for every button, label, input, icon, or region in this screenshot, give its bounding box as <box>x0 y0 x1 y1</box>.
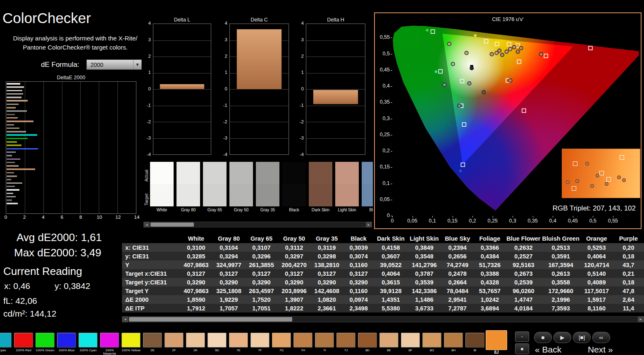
patch-tile-label: 100% Blue <box>57 349 76 352</box>
table-row: y: CIE310,32850,32940,32960,32970,32980,… <box>122 252 644 260</box>
inset-measured-marker <box>617 175 621 179</box>
scroll-track[interactable] <box>128 317 638 322</box>
patch-tile-100-green[interactable] <box>36 333 55 348</box>
patch-tile-8d[interactable] <box>358 333 377 348</box>
patch-tile-100-cyan[interactable] <box>79 333 98 348</box>
row-label: ΔE 2000 <box>122 295 180 304</box>
avg-de2000-readout: Avg dE2000: 1,61 <box>17 231 102 244</box>
patch-tile-100-magenta[interactable] <box>100 333 119 348</box>
stop-button[interactable]: ■ <box>534 332 552 343</box>
patch-tile-100-blue[interactable] <box>57 333 76 348</box>
scroll-right-icon[interactable]: ► <box>638 317 644 322</box>
patch-tile-2k[interactable] <box>186 333 205 348</box>
axis-tick-label: 0,25 <box>484 218 501 224</box>
scroll-left-icon[interactable]: ◄ <box>144 222 150 227</box>
column-header: Bluish Green <box>541 234 580 243</box>
patch-tile-100-yellow[interactable] <box>122 333 141 348</box>
patch-tile-7i[interactable] <box>315 333 334 348</box>
table-row: Target Y407,9863325,1808263,4597203,8996… <box>122 286 644 295</box>
patch-tile-cyan[interactable] <box>0 333 12 348</box>
table-cell: 0,3849 <box>408 243 441 252</box>
table-cell: 0,3127 <box>310 269 343 278</box>
patch-tile-8f[interactable] <box>401 333 420 348</box>
patch-tile-label: 8G <box>422 349 441 352</box>
axis-tick-label: 0 <box>384 218 401 224</box>
tick-mark <box>391 38 392 38</box>
patch-tile-8j[interactable] <box>486 330 507 350</box>
patch-label: White <box>150 208 174 212</box>
table-cell: 7,3593 <box>541 304 580 312</box>
column-header: Foliage <box>474 234 506 243</box>
table-cell: 0,5253 <box>580 243 613 252</box>
current-reading-heading: Current Reading <box>3 265 82 278</box>
table-cell: 1,9229 <box>212 295 245 304</box>
scroll-thumb[interactable] <box>150 222 194 227</box>
patch-tile-100-red[interactable] <box>14 333 33 348</box>
axis-tick-label: 3 <box>217 37 227 42</box>
scroll-left-icon[interactable]: ◄ <box>122 317 128 322</box>
swatch-scrollbar[interactable]: ◄ ► <box>143 222 372 227</box>
gridline <box>306 73 365 73</box>
chevron-down-icon[interactable]: ▼ <box>133 60 141 69</box>
axis-tick-label: 8 <box>79 215 82 220</box>
patch-tile-7g[interactable] <box>272 333 291 348</box>
patch-tile-2e[interactable] <box>143 333 162 348</box>
color-patch-black: Black <box>282 162 306 212</box>
table-cell: 5,5380 <box>374 304 408 312</box>
tick-mark <box>391 102 392 103</box>
patch-tile-7j[interactable] <box>336 333 355 348</box>
axis-tick-label: 12 <box>115 215 121 220</box>
record-button[interactable]: [■] <box>573 332 591 343</box>
patch-tile-label: 7I <box>315 349 334 352</box>
axis-tick-label: 4 <box>42 215 44 220</box>
column-header: Blue Sky <box>441 234 474 243</box>
de-formula-dropdown[interactable]: 2000 ▼ <box>86 59 142 70</box>
patch-tile-7h[interactable] <box>293 333 312 348</box>
patch-tile-7f[interactable] <box>250 333 270 348</box>
patch-tile-8h[interactable] <box>444 333 463 348</box>
patch-tile-label: 100% Red <box>14 349 33 352</box>
deltae-bar <box>7 100 28 102</box>
table-cell: 0,3127 <box>245 269 278 278</box>
gridline <box>153 122 211 122</box>
table-cell: 0,4064 <box>374 269 408 278</box>
results-table: WhiteGray 80Gray 65Gray 50Gray 35BlackDa… <box>122 234 644 316</box>
patch-tile-8e[interactable] <box>379 333 398 348</box>
patch-tile-8i[interactable] <box>465 333 484 348</box>
next-button[interactable]: Next » <box>588 345 613 355</box>
scroll-track[interactable] <box>150 222 366 227</box>
patch-tile-7e[interactable] <box>229 333 248 348</box>
gridline <box>306 106 365 106</box>
table-cell: 1,5917 <box>580 295 613 304</box>
patch-tile-5d[interactable] <box>208 333 227 348</box>
patch-tile-2f[interactable] <box>165 333 184 348</box>
deltae-bar <box>7 168 35 170</box>
axis-tick-label: -2 <box>217 119 227 124</box>
table-cell: 2,3661 <box>310 304 343 312</box>
axis-tick-label: -2 <box>141 119 151 124</box>
inset-measured-marker <box>585 162 589 166</box>
pattern-large-button[interactable]: ■ <box>515 343 529 354</box>
color-patch-dark-skin: Dark Skin <box>309 162 332 212</box>
delta-chart-title: Delta H <box>306 17 365 23</box>
back-button[interactable]: « Back <box>535 345 561 355</box>
play-button[interactable]: ▶ <box>553 332 571 343</box>
table-cell: 0,3539 <box>408 278 441 286</box>
inset-measured-marker <box>622 178 626 182</box>
table-cell: 0,3104 <box>212 243 245 252</box>
deltae-bar <box>7 199 12 201</box>
scroll-thumb[interactable] <box>129 317 292 322</box>
loop-button[interactable]: ∞ <box>592 332 610 343</box>
target-swatch <box>335 184 359 206</box>
patch-tile-8g[interactable] <box>422 333 441 348</box>
deltae-bar <box>7 107 16 109</box>
deltae-bar <box>7 104 19 105</box>
rgb-triplet-readout: RGB Triplet: 207, 143, 102 <box>553 204 636 213</box>
axis-tick-label: 0 <box>294 86 304 91</box>
pattern-small-button[interactable]: ▪ <box>515 331 529 342</box>
de-formula-label: dE Formula: <box>41 61 79 69</box>
deltae-bar <box>7 110 27 112</box>
scroll-right-icon[interactable]: ► <box>366 222 372 227</box>
table-scrollbar[interactable]: ◄ ► <box>122 316 644 322</box>
table-cell: 0,3127 <box>278 269 310 278</box>
